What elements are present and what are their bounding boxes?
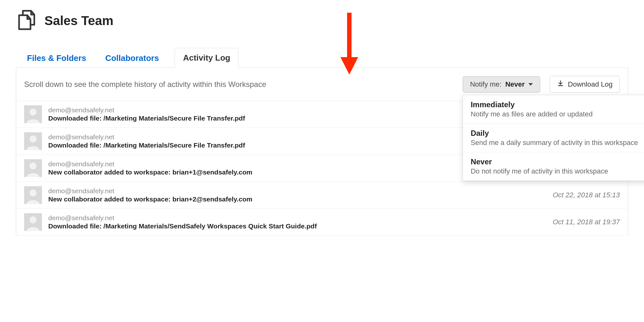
notify-option-title: Immediately [471,100,639,109]
notify-option-title: Daily [471,129,639,138]
activity-row: demo@sendsafely.net New collaborator add… [16,182,628,209]
activity-timestamp: Oct 22, 2018 at 15:13 [546,191,620,199]
notify-option-immediately[interactable]: Immediately Notify me as files are added… [463,95,644,124]
activity-panel: Scroll down to see the complete history … [16,68,628,236]
svg-point-7 [30,162,37,169]
notify-value-label: Never [505,80,525,89]
caret-down-icon [528,83,533,86]
tab-files-folders[interactable]: Files & Folders [24,49,89,68]
tab-collaborators[interactable]: Collaborators [102,49,162,68]
svg-point-9 [30,189,37,196]
notify-me-dropdown-button[interactable]: Notify me: Never [463,76,540,93]
notify-option-desc: Send me a daily summary of activity in t… [471,139,639,147]
svg-point-5 [30,135,37,142]
files-icon [16,10,38,32]
avatar [24,105,42,123]
notify-option-daily[interactable]: Daily Send me a daily summary of activit… [463,124,644,152]
download-log-button[interactable]: Download Log [550,76,620,93]
panel-toolbar: Scroll down to see the complete history … [16,68,628,101]
notify-option-title: Never [471,157,639,166]
avatar [24,132,42,150]
avatar [24,186,42,204]
avatar [24,159,42,177]
activity-action-text: New collaborator added to workspace: bri… [48,195,540,203]
notify-prefix-label: Notify me: [470,80,501,89]
avatar [24,213,42,231]
activity-action-text: Downloaded file: /Marketing Materials/Se… [48,222,540,230]
tab-activity-log[interactable]: Activity Log [175,48,238,68]
notify-dropdown-menu: Immediately Notify me as files are added… [463,95,644,181]
download-log-label: Download Log [568,80,613,89]
notify-option-desc: Notify me as files are added or updated [471,110,639,118]
svg-point-11 [30,216,37,223]
activity-user-email: demo@sendsafely.net [48,187,540,195]
activity-row: demo@sendsafely.net Downloaded file: /Ma… [16,209,628,236]
notify-option-desc: Do not notify me of activity in this wor… [471,167,639,175]
svg-point-3 [30,108,37,115]
tab-bar: Files & Folders Collaborators Activity L… [16,48,628,68]
activity-user-email: demo@sendsafely.net [48,214,540,222]
activity-timestamp: Oct 11, 2018 at 19:37 [546,218,620,226]
download-icon [557,80,564,89]
page-title: Sales Team [44,14,113,28]
instructions-text: Scroll down to see the complete history … [24,80,266,89]
notify-option-never[interactable]: Never Do not notify me of activity in th… [463,152,644,181]
workspace-header: Sales Team [16,10,628,32]
